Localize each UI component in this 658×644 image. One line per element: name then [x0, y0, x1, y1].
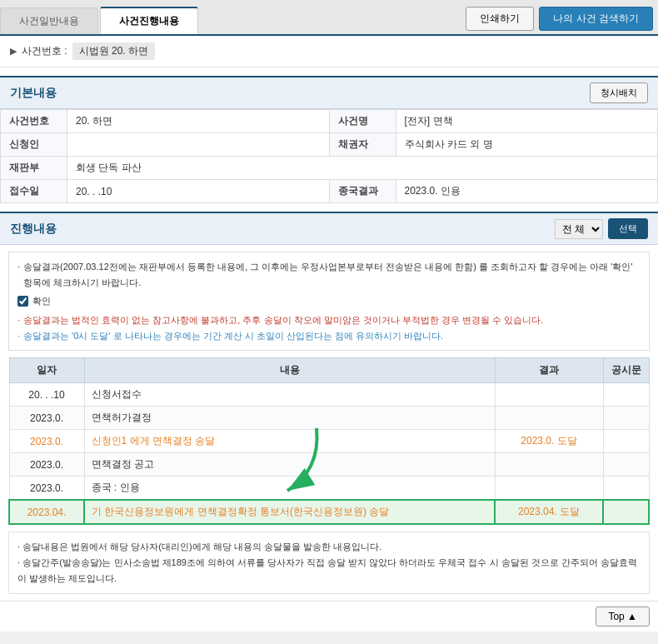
notice-row-3: · 송달결과는 '0시 도달' 로 나타나는 경우에는 기간 계산 시 초일이 … [17, 328, 641, 344]
basic-section-header: 기본내용 청시배치 [0, 76, 658, 109]
footer-text-1: 송달내용은 법원에서 해당 당사자(대리인)에게 해당 내용의 송달물을 발송한… [22, 542, 381, 552]
cell-date-3: 2023.0. [9, 453, 84, 477]
basic-section: 기본내용 청시배치 사건번호 20. 하면 사건명 [전자] 면책 신청인 채권… [0, 76, 658, 203]
progress-data-table: 일자 내용 결과 공시문 20. . .10 신청서접수 2023.0. [8, 357, 650, 525]
tab-progress[interactable]: 사건진행내용 [100, 7, 198, 34]
table-row-highlighted: 2023.04. 기 한국신용정보원에게 면책결정확정 통보서(한국신용정보원)… [9, 500, 649, 524]
progress-header: 진행내용 전 체 선택 [0, 212, 658, 245]
table-row: 2023.0. 면책허가결정 [9, 407, 649, 430]
table-row: 2023.0. 종국 : 인용 [9, 477, 649, 501]
notice-box: · 송달결과(2007.03.12전에는 재판부에서 등록한 내용에, 그 이후… [8, 252, 650, 351]
col-header-date: 일자 [9, 358, 84, 383]
basic-section-title: 기본내용 [10, 86, 57, 101]
filter-area: 전 체 선택 [555, 218, 648, 239]
tab-actions: 인쇄하기 나의 사건 검색하기 [461, 3, 658, 34]
confirm-label[interactable]: 확인 [32, 293, 51, 309]
label-court-div: 재판부 [1, 157, 67, 180]
footer-notice-row-2: · 송달간주(발송송달)는 민사소송법 제189조에 의하여 서류를 당사자가 … [17, 555, 641, 586]
checkbox-area: 확인 [17, 293, 641, 309]
footer-bullet-1: · [17, 542, 20, 552]
my-case-button[interactable]: 나의 사건 검색하기 [539, 7, 653, 31]
footer-bullet-2: · [17, 557, 20, 567]
table-row: 20. . .10 신청서접수 [9, 383, 649, 407]
select-button[interactable]: 선택 [608, 218, 648, 239]
confirm-checkbox[interactable] [17, 296, 28, 307]
cell-result-0 [495, 383, 603, 407]
main-content: ▶ 사건번호 : 시법원 20. 하면 기본내용 청시배치 사건번호 20. 하… [0, 36, 658, 632]
tab-general[interactable]: 사건일반내용 [0, 7, 98, 34]
cell-result-4 [495, 477, 603, 501]
cell-date-5: 2023.04. [9, 500, 84, 524]
cell-content-2: 신청인1 에게 면책결정 송달 [84, 430, 495, 453]
value-applicant [67, 133, 330, 157]
notice-text-2: 송달결과는 법적인 효력이 없는 참고사항에 불과하고, 추후 송달이 착오에 … [23, 312, 543, 328]
cell-notice-5 [603, 500, 649, 524]
breadcrumb-prefix: 사건번호 : [22, 44, 67, 58]
notice-text-1: 송달결과(2007.03.12전에는 재판부에서 등록한 내용에, 그 이후에는… [23, 259, 641, 290]
label-case-number: 사건번호 [1, 110, 67, 133]
value-court-div: 회생 단독 파산 [67, 157, 658, 180]
cell-notice-3 [603, 453, 649, 477]
notice-text-3: 송달결과는 '0시 도달' 로 나타나는 경우에는 기간 계산 시 초일이 산입… [23, 328, 443, 344]
table-row: 2023.0. 면책결정 공고 [9, 453, 649, 477]
label-applicant: 신청인 [1, 133, 67, 157]
cell-notice-2 [603, 430, 649, 453]
table-row: 2023.0. 신청인1 에게 면책결정 송달 2023.0. 도달 [9, 430, 649, 453]
value-receipt-date: 20. . .10 [67, 180, 330, 203]
cell-content-4: 종국 : 인용 [84, 477, 495, 501]
cell-notice-4 [603, 477, 649, 501]
breadcrumb-arrow: ▶ [10, 46, 17, 57]
refresh-button[interactable]: 청시배치 [590, 82, 648, 103]
label-case-name: 사건명 [329, 110, 396, 133]
cell-date-4: 2023.0. [9, 477, 84, 501]
top-button-label: Top [608, 611, 624, 622]
value-final-result: 2023.0. 인용 [396, 180, 658, 203]
label-creditor: 채권자 [329, 133, 396, 157]
cell-date-2: 2023.0. [9, 430, 84, 453]
progress-section: 진행내용 전 체 선택 · 송달결과(2007.03.12전에는 재판부에서 등… [0, 212, 658, 525]
cell-date-0: 20. . .10 [9, 383, 84, 407]
bullet-1: · [17, 259, 20, 275]
breadcrumb-value: 시법원 20. 하면 [72, 42, 155, 60]
notice-row-2: · 송달결과는 법적인 효력이 없는 참고사항에 불과하고, 추후 송달이 착오… [17, 312, 641, 328]
notice-row-1: · 송달결과(2007.03.12전에는 재판부에서 등록한 내용에, 그 이후… [17, 259, 641, 290]
footer-notice-row-1: · 송달내용은 법원에서 해당 당사자(대리인)에게 해당 내용의 송달물을 발… [17, 539, 641, 555]
cell-result-1 [495, 407, 603, 430]
label-final-result: 종국결과 [329, 180, 396, 203]
cell-content-5: 기 한국신용정보원에게 면책결정확정 통보서(한국신용정보원) 송달 [84, 500, 495, 524]
table-row: 사건번호 20. 하면 사건명 [전자] 면책 [1, 110, 658, 133]
footer-notice: · 송달내용은 법원에서 해당 당사자(대리인)에게 해당 내용의 송달물을 발… [8, 532, 650, 593]
footer-text-2: 송달간주(발송송달)는 민사소송법 제189조에 의하여 서류를 당사자가 직접… [17, 557, 637, 583]
cell-content-3: 면책결정 공고 [84, 453, 495, 477]
col-header-result: 결과 [495, 358, 603, 383]
cell-date-1: 2023.0. [9, 407, 84, 430]
top-button-area: Top ▲ [0, 601, 658, 632]
cell-content-1: 면책허가결정 [84, 407, 495, 430]
up-arrow-icon: ▲ [627, 611, 637, 622]
cell-notice-1 [603, 407, 649, 430]
table-row: 신청인 채권자 주식회사 카드 외 명 [1, 133, 658, 157]
filter-select[interactable]: 전 체 [555, 219, 603, 239]
basic-info-table: 사건번호 20. 하면 사건명 [전자] 면책 신청인 채권자 주식회사 카드 … [0, 109, 658, 203]
bullet-3: · [17, 328, 20, 344]
breadcrumb: ▶ 사건번호 : 시법원 20. 하면 [0, 36, 658, 67]
cell-result-2: 2023.0. 도달 [495, 430, 603, 453]
table-row: 접수일 20. . .10 종국결과 2023.0. 인용 [1, 180, 658, 203]
top-button[interactable]: Top ▲ [596, 607, 650, 627]
value-creditor: 주식회사 카드 외 명 [396, 133, 658, 157]
tab-bar: 사건일반내용 사건진행내용 인쇄하기 나의 사건 검색하기 [0, 0, 658, 36]
value-case-number: 20. 하면 [67, 110, 330, 133]
cell-result-3 [495, 453, 603, 477]
print-button[interactable]: 인쇄하기 [466, 7, 534, 31]
value-case-name: [전자] 면책 [396, 110, 658, 133]
cell-result-5: 2023.04. 도달 [495, 500, 603, 524]
table-row: 재판부 회생 단독 파산 [1, 157, 658, 180]
table-header-row: 일자 내용 결과 공시문 [9, 358, 649, 383]
bullet-2: · [17, 312, 20, 328]
data-table-container: 일자 내용 결과 공시문 20. . .10 신청서접수 2023.0. [0, 357, 658, 525]
col-header-content: 내용 [84, 358, 495, 383]
label-receipt-date: 접수일 [1, 180, 67, 203]
progress-title: 진행내용 [10, 222, 57, 237]
cell-content-0: 신청서접수 [84, 383, 495, 407]
col-header-notice: 공시문 [603, 358, 649, 383]
